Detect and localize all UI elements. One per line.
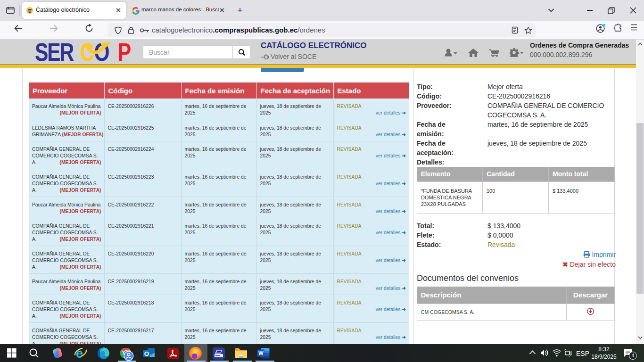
svg-text:O: O [144,350,149,357]
svg-text:W: W [258,350,264,356]
svg-text:SER: SER [35,42,74,64]
svg-text:P: P [118,42,131,64]
